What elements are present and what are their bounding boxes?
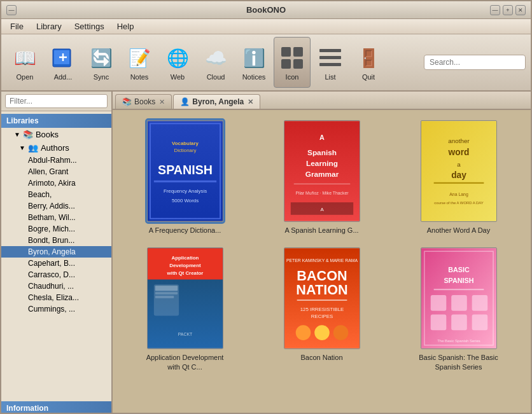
book-item[interactable]: PETER KAMINSKY & MARIE RAMA BACON NATION… <box>260 247 384 371</box>
book-cover: A Spanish Learning Grammar Pilar Muñoz ·… <box>284 120 360 222</box>
menu-library[interactable]: Library <box>30 20 68 32</box>
sync-button[interactable]: 🔄 Sync <box>83 37 120 88</box>
svg-text:SPANISH: SPANISH <box>158 163 213 177</box>
svg-text:A: A <box>320 207 324 212</box>
author-item[interactable]: Chaudhuri, ... <box>1 280 111 292</box>
svg-rect-24 <box>293 184 350 184</box>
cloud-icon: ☁️ <box>202 44 230 72</box>
notes-button[interactable]: 📝 Notes <box>121 37 158 88</box>
icon-label: Icon <box>286 73 299 81</box>
cloud-button[interactable]: ☁️ Cloud <box>197 37 234 88</box>
tabs-bar: 📚 Books ✕ 👤 Byron, Angela ✕ <box>113 92 531 110</box>
triangle-down-icon: ▼ <box>14 131 20 138</box>
menu-file[interactable]: File <box>4 20 30 32</box>
svg-rect-63 <box>472 295 487 311</box>
title-min-btn[interactable]: — <box>490 5 500 15</box>
title-collapse-btn[interactable]: — <box>6 5 17 15</box>
search-input[interactable] <box>424 55 526 70</box>
notes-label: Notes <box>130 73 149 81</box>
book-item[interactable]: Vocabulary Dictionary SPANISH Frequency … <box>123 120 247 235</box>
add-button[interactable]: Add... <box>45 37 81 88</box>
svg-rect-65 <box>451 315 467 331</box>
filter-input[interactable] <box>5 94 108 108</box>
books-tree-item[interactable]: ▼ 📚 Books <box>1 128 111 141</box>
list-label: List <box>325 73 335 81</box>
tab-byron[interactable]: 👤 Byron, Angela ✕ <box>173 94 260 109</box>
svg-text:RECIPES: RECIPES <box>311 314 333 320</box>
author-item[interactable]: Carrasco, D... <box>1 269 111 280</box>
author-item[interactable]: Cummings, ... <box>1 303 111 315</box>
author-item[interactable]: Capehart, B... <box>1 258 111 269</box>
libraries-header: Libraries <box>1 114 111 128</box>
authors-tree-item[interactable]: ▼ 👥 Authors <box>1 141 111 155</box>
author-item[interactable]: Bondt, Brun... <box>1 235 111 246</box>
authors-label: Authors <box>41 143 69 153</box>
author-item[interactable]: Abdul-Rahm... <box>1 155 111 166</box>
title-bar-left-controls: — <box>6 5 17 15</box>
author-item[interactable]: Beach, <box>1 189 111 200</box>
author-item[interactable]: Allen, Grant <box>1 166 111 177</box>
sync-label: Sync <box>94 73 109 81</box>
book-item[interactable]: another word a day Ana Lang course of th… <box>396 120 521 235</box>
svg-rect-7 <box>293 59 303 69</box>
book-cover: BASIC SPANISH The Basic Spanish Series <box>421 247 497 349</box>
svg-rect-64 <box>430 315 446 331</box>
svg-text:BASIC: BASIC <box>448 266 470 273</box>
web-button[interactable]: 🌐 Web <box>159 37 196 88</box>
authors-icon: 👥 <box>28 143 38 153</box>
author-item[interactable]: Bogre, Mich... <box>1 223 111 235</box>
svg-text:125 IRRESISTIBLE: 125 IRRESISTIBLE <box>300 307 344 312</box>
tab-books[interactable]: 📚 Books ✕ <box>115 94 172 109</box>
svg-point-53 <box>295 326 311 341</box>
title-close-btn[interactable]: ✕ <box>515 5 526 15</box>
open-button[interactable]: 📖 Open <box>6 37 43 88</box>
add-label: Add... <box>54 73 73 81</box>
books-tab-label: Books <box>134 97 155 106</box>
svg-rect-61 <box>430 295 446 311</box>
svg-rect-66 <box>472 315 487 331</box>
menu-help[interactable]: Help <box>111 20 141 32</box>
title-max-btn[interactable]: + <box>503 5 513 15</box>
author-item[interactable]: Byron, Angela <box>1 246 111 258</box>
svg-rect-9 <box>319 56 341 59</box>
icon-button[interactable]: Icon <box>274 37 311 88</box>
books-label: Books <box>36 130 59 139</box>
cloud-label: Cloud <box>207 73 225 81</box>
byron-tab-close[interactable]: ✕ <box>248 98 253 106</box>
toolbar: 📖 Open Add... 🔄 Sync 📝 Notes 🌐 Web ☁️ Cl… <box>1 34 531 92</box>
book-item[interactable]: Application Development with Qt Creator … <box>123 247 247 371</box>
triangle-down-icon2: ▼ <box>19 144 25 151</box>
author-item[interactable]: Chesla, Eliza... <box>1 292 111 303</box>
svg-text:course of the A WORD A DAY: course of the A WORD A DAY <box>434 201 484 205</box>
information-label: Information <box>6 404 48 413</box>
author-item[interactable]: Arimoto, Akira <box>1 177 111 189</box>
book-item[interactable]: A Spanish Learning Grammar Pilar Muñoz ·… <box>260 120 384 235</box>
information-bar: Information <box>1 401 111 414</box>
book-icon: 📚 <box>23 130 33 139</box>
svg-text:Grammar: Grammar <box>305 170 339 179</box>
list-button[interactable]: List <box>312 37 349 88</box>
byron-tab-label: Byron, Angela <box>192 97 244 106</box>
book-title: Basic Spanish: The Basic Spanish Series <box>417 353 500 371</box>
svg-rect-10 <box>319 63 341 66</box>
svg-text:Development: Development <box>169 263 201 268</box>
author-item[interactable]: Betham, Wil... <box>1 212 111 223</box>
svg-text:5000 Words: 5000 Words <box>171 198 198 204</box>
book-title: Bacon Nation <box>300 353 342 362</box>
menu-settings[interactable]: Settings <box>68 20 111 32</box>
quit-icon: 🚪 <box>354 44 382 72</box>
book-item[interactable]: BASIC SPANISH The Basic Spanish Series B… <box>396 247 521 371</box>
svg-rect-4 <box>281 47 291 57</box>
book-title: Application Development with Qt C... <box>144 353 227 371</box>
books-grid: Vocabulary Dictionary SPANISH Frequency … <box>113 110 531 414</box>
svg-rect-62 <box>451 295 467 311</box>
books-tab-close[interactable]: ✕ <box>159 98 165 106</box>
author-item[interactable]: Berry, Addis... <box>1 200 111 212</box>
open-icon: 📖 <box>11 44 39 72</box>
svg-text:NATION: NATION <box>296 282 347 298</box>
notices-button[interactable]: ℹ️ Notices <box>235 37 272 88</box>
main-layout: Libraries ▼ 📚 Books ▼ 👥 Authors Abdul-Ra… <box>1 92 531 414</box>
quit-button[interactable]: 🚪 Quit <box>350 37 387 88</box>
authors-list: Abdul-Rahm...Allen, GrantArimoto, AkiraB… <box>1 155 111 315</box>
svg-text:a: a <box>457 161 461 168</box>
